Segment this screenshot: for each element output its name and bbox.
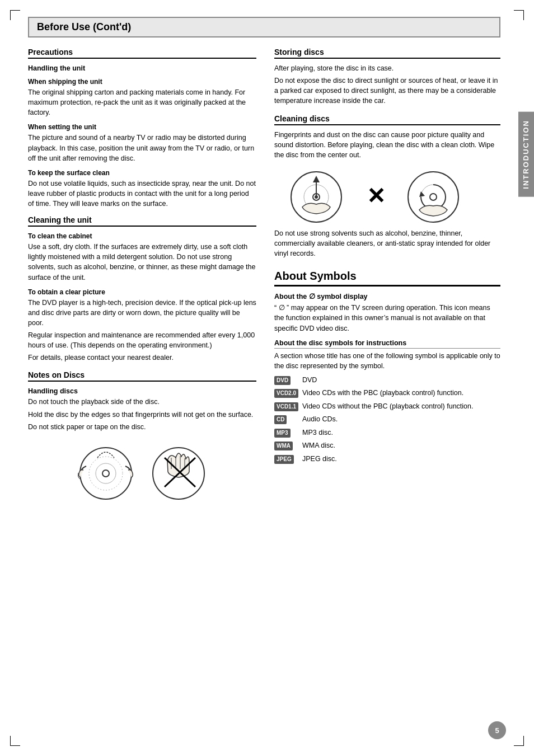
when-shipping-text: The original shipping carton and packing… — [28, 87, 256, 118]
page-number-badge: 5 — [488, 721, 506, 739]
disc-handling-images — [28, 441, 256, 503]
precautions-title: Precautions — [28, 48, 256, 59]
main-title: Before Use (Cont'd) — [37, 21, 131, 32]
badge-row: DVDDVD — [274, 375, 500, 386]
handling-unit-title: Handling the unit — [28, 64, 256, 72]
badge-description: Video CDs with the PBC (playback control… — [302, 388, 500, 398]
svg-point-2 — [89, 457, 123, 490]
badge-row: VCD2.0Video CDs with the PBC (playback c… — [274, 388, 500, 398]
disc-badge: CD — [274, 415, 302, 425]
handling-discs-text1: Do not touch the playback side of the di… — [28, 397, 256, 407]
right-column: Storing discs After playing, store the d… — [269, 48, 500, 511]
disc-badge: MP3 — [274, 428, 302, 438]
disc-badge: WMA — [274, 441, 302, 451]
two-column-layout: Precautions Handling the unit When shipp… — [28, 48, 500, 511]
badge-label: WMA — [274, 442, 293, 450]
page-container: INTRODUCTION 5 Before Use (Cont'd) Preca… — [0, 0, 534, 756]
keep-surface-subtitle: To keep the surface clean — [28, 169, 256, 177]
disc-badge: JPEG — [274, 454, 302, 464]
badge-description: JPEG disc. — [302, 454, 500, 464]
badge-label: VCD2.0 — [274, 389, 298, 398]
svg-point-11 — [315, 195, 318, 199]
clear-picture-text3: For details, please contact your nearest… — [28, 353, 256, 363]
clean-cabinet-text: Use a soft, dry cloth. If the surfaces a… — [28, 242, 256, 283]
badge-row: MP3MP3 disc. — [274, 428, 500, 438]
bad-cleaning-illustration — [402, 168, 467, 224]
handling-discs-text2: Hold the disc by the edges so that finge… — [28, 410, 256, 420]
badge-description: Audio CDs. — [302, 415, 500, 425]
keep-surface-text: Do not use volatile liquids, such as ins… — [28, 179, 256, 209]
x-mark: ✕ — [367, 168, 386, 224]
corner-mark-tl — [10, 10, 20, 20]
badge-row: JPEGJPEG disc. — [274, 454, 500, 464]
when-setting-subtitle: When setting the unit — [28, 123, 256, 131]
clear-picture-text2: Regular inspection and maintenance are r… — [28, 330, 256, 350]
bad-disc-illustration — [148, 441, 209, 503]
badge-label: JPEG — [274, 455, 294, 464]
svg-point-3 — [96, 463, 116, 483]
clean-cabinet-subtitle: To clean the cabinet — [28, 232, 256, 240]
notes-discs-title: Notes on Discs — [28, 370, 256, 382]
main-title-box: Before Use (Cont'd) — [28, 17, 500, 37]
disc-symbols-intro: A section whose title has one of the fol… — [274, 351, 500, 371]
clear-picture-text1: The DVD player is a high-tech, precision… — [28, 298, 256, 328]
disc-symbols-subtitle: About the disc symbols for instructions — [274, 339, 500, 349]
left-column: Precautions Handling the unit When shipp… — [28, 48, 269, 511]
badge-description: Video CDs without the PBC (playback cont… — [302, 402, 500, 412]
cleaning-disc-images: ✕ — [274, 168, 500, 224]
badge-row: WMAWMA disc. — [274, 441, 500, 451]
badges-container: DVDDVDVCD2.0Video CDs with the PBC (play… — [274, 375, 500, 464]
handling-discs-title: Handling discs — [28, 387, 256, 395]
svg-point-1 — [102, 470, 109, 477]
badge-row: CDAudio CDs. — [274, 415, 500, 425]
solvents-warning: Do not use strong solvents such as alcoh… — [274, 228, 500, 259]
svg-point-13 — [430, 194, 437, 200]
badge-label: MP3 — [274, 429, 291, 438]
corner-mark-tr — [514, 10, 524, 20]
corner-mark-br — [514, 736, 524, 746]
when-shipping-subtitle: When shipping the unit — [28, 78, 256, 86]
badge-label: VCD1.1 — [274, 402, 298, 411]
disc-badge: VCD2.0 — [274, 388, 302, 398]
corner-mark-bl — [10, 736, 20, 746]
symbol-display-text: “ ∅ ” may appear on the TV screen during… — [274, 303, 500, 333]
cleaning-discs-text: Fingerprints and dust on the disc can ca… — [274, 130, 500, 160]
badge-label: CD — [274, 415, 287, 424]
cleaning-discs-title: Cleaning discs — [274, 114, 500, 125]
disc-badge: VCD1.1 — [274, 402, 302, 412]
storing-discs-text2: Do not expose the disc to direct sunligh… — [274, 76, 500, 106]
disc-badge: DVD — [274, 375, 302, 386]
introduction-side-tab: INTRODUCTION — [518, 112, 534, 197]
badge-description: WMA disc. — [302, 441, 500, 451]
storing-discs-title: Storing discs — [274, 48, 500, 59]
svg-point-0 — [80, 448, 132, 499]
good-disc-illustration — [75, 441, 137, 503]
badge-description: MP3 disc. — [302, 428, 500, 438]
when-setting-text: The picture and sound of a nearby TV or … — [28, 133, 256, 163]
about-symbols-title: About Symbols — [274, 270, 500, 287]
badge-row: VCD1.1Video CDs without the PBC (playbac… — [274, 402, 500, 412]
storing-discs-text1: After playing, store the disc in its cas… — [274, 63, 500, 73]
handling-discs-text3: Do not stick paper or tape on the disc. — [28, 422, 256, 432]
cleaning-unit-title: Cleaning the unit — [28, 215, 256, 227]
good-cleaning-illustration — [285, 168, 350, 224]
badge-description: DVD — [302, 375, 500, 386]
badge-label: DVD — [274, 376, 291, 385]
symbol-display-subtitle: About the ∅ symbol display — [274, 292, 500, 300]
clear-picture-subtitle: To obtain a clear picture — [28, 288, 256, 296]
